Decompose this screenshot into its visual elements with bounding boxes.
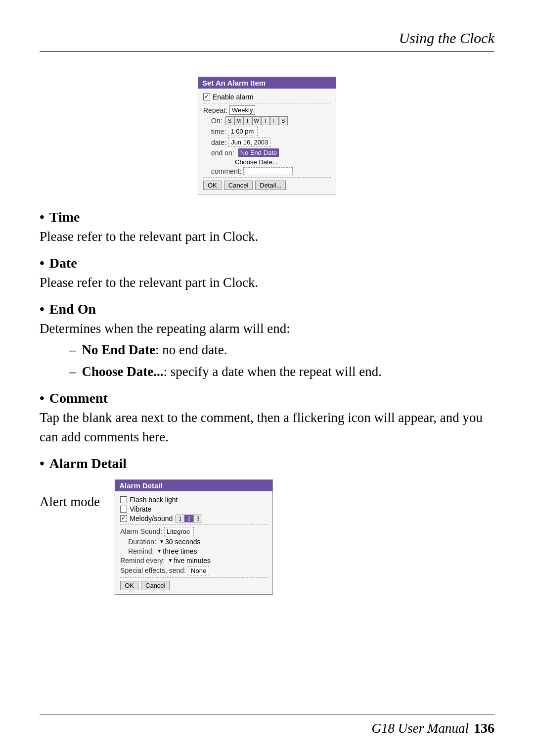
bullet-alarm-detail: • Alarm Detail Alert mode Alarm Detail F…	[40, 456, 494, 605]
remind-row: Remind: ▼ three times	[128, 547, 267, 555]
melody-label: Melody/sound	[130, 515, 173, 522]
alarm-detail-title-bar: Alarm Detail	[115, 480, 272, 491]
day-M[interactable]: M	[234, 116, 243, 125]
bullet-end-on-text: Determines when the repeating alarm will…	[40, 319, 494, 338]
repeat-label: Repeat:	[203, 106, 227, 114]
alarm-sound-label: Alarm Sound:	[120, 527, 162, 535]
bullet-dot-comment: •	[40, 390, 44, 406]
day-T2[interactable]: T	[261, 116, 270, 125]
set-alarm-dialog: Set An Alarm Item Enable alarm Repeat: W…	[198, 77, 336, 194]
vibrate-label: Vibrate	[130, 505, 151, 513]
date-row: date: Jun 16, 2003	[211, 138, 331, 147]
enable-alarm-label: Enable alarm	[213, 93, 254, 101]
end-on-row: end on: No End Date Choose Date...	[211, 148, 331, 166]
no-end-date-rest: : no end date.	[155, 342, 227, 357]
flash-label: Flash back light	[130, 496, 178, 504]
alarm-sound-value[interactable]: Litegroo	[164, 527, 194, 536]
special-effects-row: Special effects, send: None	[120, 566, 267, 575]
bullet-alarm-detail-title: Alarm Detail	[49, 456, 127, 472]
footer-page: 136	[474, 720, 494, 736]
page-footer: G18 User Manual 136	[40, 714, 494, 736]
bullet-end-on: • End On Determines when the repeating a…	[40, 301, 494, 383]
date-label: date:	[211, 139, 226, 146]
melody-tabs: 1 2 3	[176, 515, 202, 522]
day-S1[interactable]: S	[225, 116, 234, 125]
enable-alarm-checkbox[interactable]	[203, 94, 210, 100]
bullet-comment-text: Tap the blank area next to the comment, …	[40, 408, 494, 447]
set-alarm-title-bar: Set An Alarm Item	[198, 77, 336, 89]
divider-alarm-1	[120, 524, 267, 525]
no-end-date-bold: No End Date	[82, 342, 156, 357]
special-effects-value[interactable]: None	[188, 566, 209, 575]
date-input[interactable]: Jun 16, 2003	[228, 138, 270, 147]
bullet-time-text: Please refer to the relevant part in Clo…	[40, 227, 494, 246]
set-alarm-ok-button[interactable]: OK	[203, 181, 222, 190]
no-end-date-option[interactable]: No End Date	[238, 148, 279, 157]
time-input[interactable]: 1:00 pm	[228, 127, 258, 136]
alert-mode-label: Alert mode	[40, 479, 100, 510]
vibrate-row: Vibrate	[120, 505, 267, 513]
special-effects-label: Special effects, send:	[120, 567, 186, 574]
bullet-comment-heading: • Comment	[40, 390, 494, 406]
bullet-dot-end-on: •	[40, 301, 44, 317]
duration-row: Duration: ▼ 30 seconds	[128, 538, 267, 546]
bullet-date-title: Date	[49, 255, 77, 271]
sub-bullet-choose-date-text: Choose Date...: specify a date when the …	[82, 362, 382, 381]
melody-row: Melody/sound 1 2 3	[120, 515, 267, 522]
bullet-date: • Date Please refer to the relevant part…	[40, 255, 494, 294]
alarm-detail-cancel-button[interactable]: Cancel	[141, 581, 170, 590]
time-row: time: 1:00 pm	[211, 127, 331, 136]
sub-bullet-no-end-date: – No End Date: no end date.	[69, 340, 494, 360]
set-alarm-button-row: OK Cancel Detail...	[203, 181, 331, 190]
remind-label: Remind:	[128, 547, 154, 555]
time-label: time:	[211, 128, 226, 136]
divider-alarm-2	[120, 577, 267, 578]
day-T1[interactable]: T	[243, 116, 252, 125]
set-alarm-detail-button[interactable]: Detail...	[255, 181, 286, 190]
duration-arrow: ▼	[159, 539, 164, 544]
sub-bullet-choose-date: – Choose Date...: specify a date when th…	[69, 362, 494, 381]
end-on-label: end on:	[211, 149, 234, 157]
on-label: On:	[211, 117, 222, 125]
bullet-dot-alarm-detail: •	[40, 456, 44, 472]
days-row: S M T W T F S	[225, 116, 288, 125]
bullet-time-title: Time	[49, 209, 80, 225]
day-W[interactable]: W	[252, 116, 261, 125]
duration-label: Duration:	[128, 538, 156, 546]
remind-value: three times	[163, 547, 197, 555]
alarm-sound-row: Alarm Sound: Litegroo	[120, 527, 267, 536]
remind-every-value: five minutes	[174, 557, 211, 565]
alarm-detail-body: Flash back light Vibrate Melody/sound 1 …	[115, 491, 272, 594]
melody-checkbox[interactable]	[120, 515, 127, 522]
melody-tab-1[interactable]: 1	[176, 515, 184, 522]
sub-bullet-no-end-date-text: No End Date: no end date.	[82, 340, 227, 360]
melody-tab-2[interactable]: 2	[184, 515, 193, 522]
comment-row: comment:	[211, 167, 331, 175]
divider-1	[203, 103, 331, 103]
alarm-detail-ok-button[interactable]: OK	[120, 581, 138, 590]
bullet-date-heading: • Date	[40, 255, 494, 271]
divider-2	[203, 177, 331, 178]
header-title: Using the Clock	[399, 30, 494, 47]
melody-tab-3[interactable]: 3	[193, 515, 202, 522]
footer-manual: G18 User Manual	[372, 721, 469, 736]
day-S2[interactable]: S	[279, 116, 288, 125]
on-row: On: S M T W T F S	[211, 116, 331, 125]
bullet-dot-date: •	[40, 255, 44, 271]
bullet-date-text: Please refer to the relevant part in Clo…	[40, 273, 494, 292]
choose-date-rest: : specify a date when the repeat will en…	[163, 364, 382, 379]
day-F[interactable]: F	[270, 116, 279, 125]
alarm-detail-button-row: OK Cancel	[120, 581, 267, 590]
bullet-time-heading: • Time	[40, 209, 494, 225]
dash-2: –	[69, 362, 76, 381]
comment-input[interactable]	[243, 167, 293, 175]
set-alarm-dialog-wrapper: Set An Alarm Item Enable alarm Repeat: W…	[40, 77, 494, 194]
repeat-dropdown[interactable]: Weekly	[229, 105, 255, 115]
repeat-row: Repeat: Weekly	[203, 105, 331, 115]
flash-checkbox[interactable]	[120, 496, 127, 503]
duration-value: 30 seconds	[165, 538, 201, 546]
choose-date-option[interactable]: Choose Date...	[233, 158, 278, 166]
vibrate-checkbox[interactable]	[120, 506, 127, 513]
set-alarm-cancel-button[interactable]: Cancel	[224, 181, 253, 190]
bullet-dot-time: •	[40, 209, 44, 225]
